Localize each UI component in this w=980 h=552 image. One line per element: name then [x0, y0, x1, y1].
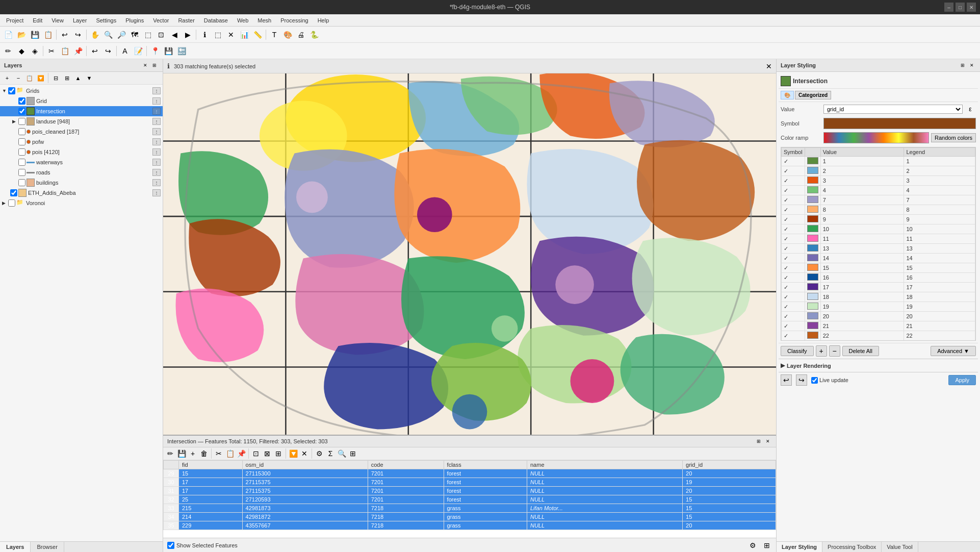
layer-item-buildings[interactable]: ▶ buildings ⋮ — [0, 178, 163, 188]
attr-table-scroll[interactable]: fid osm_id code fclass name grid_id 29 1… — [163, 460, 776, 538]
layers-float-btn[interactable]: ⊞ — [150, 61, 159, 69]
remove-layer-btn[interactable]: − — [13, 73, 23, 83]
classify-btn[interactable]: Classify — [781, 346, 814, 356]
table-row[interactable]: 29 15 27115300 7201 forest NULL 20 — [164, 469, 776, 478]
identify-btn[interactable]: ℹ — [198, 29, 211, 41]
rollback-btn[interactable]: 🔙 — [175, 45, 188, 57]
zoom-layer-btn[interactable]: ⬚ — [142, 29, 154, 41]
filter-btn[interactable]: 🔽 — [288, 448, 298, 459]
symbol-swatch[interactable] — [823, 118, 976, 129]
layer-item-waterways[interactable]: ▶ waterways ⋮ — [0, 157, 163, 167]
redo-edit-btn[interactable]: ↪ — [102, 45, 114, 57]
tab-value-tool[interactable]: Value Tool — [882, 542, 918, 552]
advanced-btn[interactable]: Advanced ▼ — [931, 346, 976, 356]
zoom-next-btn[interactable]: ▶ — [182, 29, 194, 41]
list-item[interactable]: ✓ 1 1 — [782, 157, 975, 166]
label-btn[interactable]: T — [268, 29, 280, 41]
select-all-btn[interactable]: ⊡ — [251, 448, 261, 459]
save-as-btn[interactable]: 📋 — [42, 29, 54, 41]
table-row[interactable]: 30 17 27115375 7201 forest NULL 19 — [164, 478, 776, 487]
color-ramp-swatch[interactable] — [823, 132, 929, 143]
layer-options-eth[interactable]: ⋮ — [152, 189, 161, 196]
list-item[interactable]: ✓ 3 3 — [782, 176, 975, 186]
layer-options-grids[interactable]: ⋮ — [152, 87, 161, 94]
value-expr-btn[interactable]: ε — [965, 104, 976, 115]
layer-options-landuse[interactable]: ⋮ — [152, 118, 161, 125]
zoom-prev-btn[interactable]: ◀ — [168, 29, 180, 41]
attr-table-close-btn[interactable]: ✕ — [764, 437, 772, 445]
show-selected-check[interactable] — [167, 542, 174, 549]
menu-settings[interactable]: Settings — [92, 16, 120, 24]
style-btn[interactable]: 🎨 — [281, 29, 294, 41]
map-container[interactable]: ℹ 303 matching feature(s) selected ✕ — [163, 59, 776, 435]
list-item[interactable]: ✓ 19 19 — [782, 302, 975, 312]
layer-item-pofw[interactable]: ▶ pofw ⋮ — [0, 137, 163, 147]
zoom-full-btn[interactable]: 🗺 — [128, 29, 141, 41]
clear-filter-btn[interactable]: ✕ — [299, 448, 310, 459]
list-item[interactable]: ✓ 11 11 — [782, 234, 975, 244]
redo-style-btn[interactable]: ↪ — [796, 374, 807, 386]
list-item[interactable]: ✓ 8 8 — [782, 205, 975, 215]
tab-layers[interactable]: Layers — [0, 542, 31, 552]
menu-processing[interactable]: Processing — [276, 16, 312, 24]
gps-btn[interactable]: 📍 — [149, 45, 161, 57]
remove-cat-btn[interactable]: − — [829, 345, 840, 357]
live-update-check[interactable] — [811, 377, 818, 384]
table-settings-btn[interactable]: ⚙ — [747, 540, 758, 550]
col-code[interactable]: code — [368, 461, 444, 469]
table-cols-btn[interactable]: ⊞ — [762, 540, 772, 550]
list-item[interactable]: ✓ 23 23 — [782, 341, 975, 341]
menu-database[interactable]: Database — [200, 16, 232, 24]
list-item[interactable]: ✓ 15 15 — [782, 263, 975, 273]
layer-check-eth[interactable] — [10, 189, 17, 196]
table-row[interactable]: 34 214 42981872 7218 grass NULL 15 — [164, 513, 776, 521]
layer-check-intersection[interactable] — [18, 108, 25, 115]
table-row[interactable]: 32 25 27120593 7201 forest NULL 15 — [164, 495, 776, 504]
edit-layer-btn[interactable]: ✏ — [2, 45, 14, 57]
add-cat-btn[interactable]: + — [816, 345, 827, 357]
tab-processing-toolbox[interactable]: Processing Toolbox — [822, 542, 882, 552]
expand-all-btn[interactable]: ⊞ — [62, 73, 72, 83]
table-row[interactable]: 31 17 27115375 7201 forest NULL 20 — [164, 487, 776, 495]
styling-close-btn[interactable]: ✕ — [968, 61, 976, 69]
list-item[interactable]: ✓ 13 13 — [782, 244, 975, 254]
layer-options-waterways[interactable]: ⋮ — [152, 159, 161, 166]
layer-check-pois-cleaned[interactable] — [18, 128, 25, 135]
col-fclass[interactable]: fclass — [444, 461, 527, 469]
layer-check-waterways[interactable] — [18, 159, 25, 166]
maximize-button[interactable]: □ — [956, 3, 965, 12]
zoom-in-btn[interactable]: 🔍 — [102, 29, 114, 41]
annotation-btn[interactable]: 📝 — [132, 45, 144, 57]
deselect-btn[interactable]: ✕ — [225, 29, 237, 41]
table-row[interactable]: 35 229 43557667 7218 grass NULL 20 — [164, 521, 776, 530]
layer-options-pofw[interactable]: ⋮ — [152, 138, 161, 145]
delete-all-btn[interactable]: Delete All — [842, 346, 879, 356]
tab-layer-styling[interactable]: Layer Styling — [777, 542, 822, 552]
tab-browser[interactable]: Browser — [31, 542, 64, 552]
stats-btn[interactable]: 📊 — [238, 29, 250, 41]
layer-check-landuse[interactable] — [18, 118, 25, 125]
style-type-color-btn[interactable]: 🎨 — [781, 91, 794, 99]
layer-options-pois[interactable]: ⋮ — [152, 148, 161, 156]
style-type-categorized-btn[interactable]: Categorized — [795, 91, 831, 99]
menu-view[interactable]: View — [47, 16, 68, 24]
list-item[interactable]: ✓ 21 21 — [782, 321, 975, 331]
attr-table-float-btn[interactable]: ⊞ — [755, 437, 763, 445]
col-osmid[interactable]: osm_id — [242, 461, 368, 469]
move-down-btn[interactable]: ▼ — [84, 73, 94, 83]
layer-item-grid[interactable]: ▶ Grid ⋮ — [0, 96, 163, 106]
list-item[interactable]: ✓ 17 17 — [782, 283, 975, 292]
menu-layer[interactable]: Layer — [69, 16, 91, 24]
save-table-btn[interactable]: 💾 — [176, 448, 187, 459]
list-item[interactable]: ✓ 10 10 — [782, 224, 975, 234]
layer-item-roads[interactable]: ▶ roads ⋮ — [0, 167, 163, 178]
layer-check-pofw[interactable] — [18, 138, 25, 145]
open-attr-btn[interactable]: 📋 — [24, 73, 35, 83]
layer-item-eth[interactable]: ▶ ETH_Addis_Abeba ⋮ — [0, 188, 163, 198]
menu-mesh[interactable]: Mesh — [253, 16, 275, 24]
list-item[interactable]: ✓ 9 9 — [782, 215, 975, 224]
list-item[interactable]: ✓ 2 2 — [782, 166, 975, 176]
label-tool-btn[interactable]: A — [119, 45, 131, 57]
layer-check-roads[interactable] — [18, 169, 25, 176]
python-btn[interactable]: 🐍 — [308, 29, 320, 41]
